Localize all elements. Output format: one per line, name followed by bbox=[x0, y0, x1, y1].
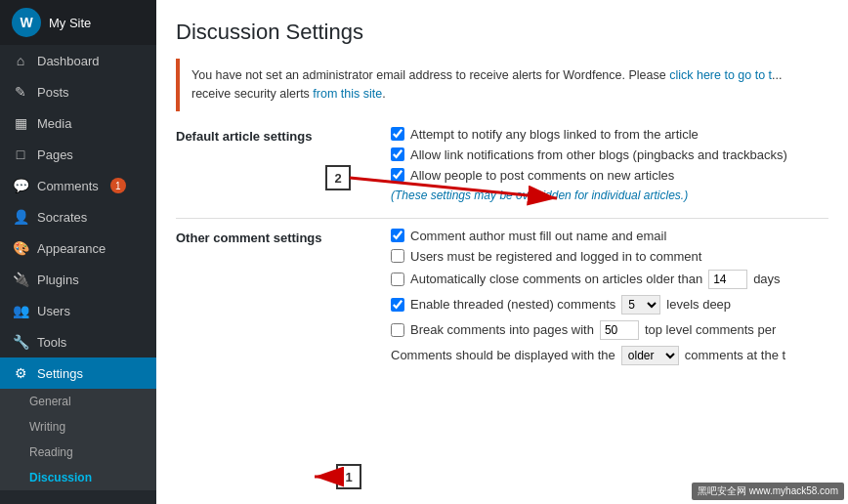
default-article-fields: Attempt to notify any blogs linked to fr… bbox=[391, 127, 828, 206]
pages-icon: □ bbox=[12, 147, 29, 162]
watermark: 黑吧安全网 www.myhack58.com bbox=[692, 483, 844, 500]
checkbox-notify-blogs: Attempt to notify any blogs linked to fr… bbox=[391, 127, 828, 142]
checkbox-auto-close: Automatically close comments on articles… bbox=[391, 270, 828, 289]
comments-badge: 1 bbox=[110, 178, 126, 193]
checkbox-author-name-input[interactable] bbox=[391, 229, 404, 242]
sidebar-item-appearance[interactable]: 🎨 Appearance bbox=[0, 232, 156, 264]
submenu-discussion[interactable]: Discussion bbox=[0, 465, 156, 490]
auto-close-days-suffix: days bbox=[753, 272, 780, 286]
sidebar-item-socrates[interactable]: 👤 Socrates bbox=[0, 201, 156, 232]
sidebar-item-label: Settings bbox=[37, 366, 83, 381]
sidebar-item-users[interactable]: 👥 Users bbox=[0, 295, 156, 326]
other-comment-label: Other comment settings bbox=[176, 229, 391, 371]
alert-text3: . bbox=[382, 87, 385, 101]
submenu-writing-label: Writing bbox=[29, 420, 65, 434]
sidebar-item-plugins[interactable]: 🔌 Plugins bbox=[0, 264, 156, 295]
sidebar-item-label: Media bbox=[37, 116, 71, 131]
article-settings-note: (These settings may be overridden for in… bbox=[391, 189, 828, 202]
sidebar-item-posts[interactable]: ✎ Posts bbox=[0, 76, 156, 107]
alert-text: You have not set an administrator email … bbox=[191, 68, 666, 82]
checkbox-pingbacks-label: Allow link notifications from other blog… bbox=[410, 147, 787, 162]
alert-link[interactable]: click here to go to t bbox=[669, 68, 772, 82]
checkbox-registered: Users must be registered and logged in t… bbox=[391, 249, 828, 264]
settings-submenu: General Writing Reading Discussion bbox=[0, 389, 156, 490]
sidebar-item-tools[interactable]: 🔧 Tools bbox=[0, 326, 156, 357]
checkbox-registered-input[interactable] bbox=[391, 249, 404, 263]
display-order-suffix: comments at the t bbox=[685, 348, 785, 362]
checkbox-allow-comments: Allow people to post comments on new art… bbox=[391, 168, 828, 183]
checkbox-auto-close-input[interactable] bbox=[391, 273, 404, 286]
sidebar-item-label: Socrates bbox=[37, 210, 87, 225]
submenu-general[interactable]: General bbox=[0, 389, 156, 414]
default-article-section: Default article settings Attempt to noti… bbox=[176, 127, 828, 206]
sidebar-item-label: Appearance bbox=[37, 241, 106, 256]
checkbox-pages-label: Break comments into pages with bbox=[410, 322, 594, 337]
media-icon: ▦ bbox=[12, 115, 29, 131]
submenu-discussion-label: Discussion bbox=[29, 471, 92, 484]
sidebar-item-label: Dashboard bbox=[37, 54, 100, 68]
logo-icon: W bbox=[12, 8, 41, 37]
checkbox-allow-comments-label: Allow people to post comments on new art… bbox=[410, 168, 674, 183]
checkbox-threaded-label: Enable threaded (nested) comments bbox=[410, 297, 615, 312]
sidebar: W My Site ⌂ Dashboard ✎ Posts ▦ Media □ … bbox=[0, 0, 156, 504]
checkbox-author-name: Comment author must fill out name and em… bbox=[391, 229, 828, 243]
main-content: Discussion Settings You have not set an … bbox=[156, 0, 848, 504]
other-comment-section: Other comment settings Comment author mu… bbox=[176, 229, 828, 371]
alert-box: You have not set an administrator email … bbox=[176, 59, 828, 111]
sidebar-item-label: Posts bbox=[37, 85, 69, 100]
page-title: Discussion Settings bbox=[176, 20, 828, 45]
display-order-select[interactable]: oldernewer bbox=[621, 346, 679, 365]
sidebar-item-settings[interactable]: ⚙ Settings bbox=[0, 357, 156, 389]
sidebar-item-dashboard[interactable]: ⌂ Dashboard bbox=[0, 45, 156, 76]
checkbox-author-name-label: Comment author must fill out name and em… bbox=[410, 229, 666, 243]
submenu-reading[interactable]: Reading bbox=[0, 440, 156, 465]
socrates-icon: 👤 bbox=[12, 209, 29, 225]
checkbox-display-order: Comments should be displayed with the ol… bbox=[391, 346, 828, 365]
sidebar-item-label: Users bbox=[37, 304, 70, 318]
settings-icon: ⚙ bbox=[12, 365, 29, 381]
pages-suffix: top level comments per bbox=[645, 322, 776, 337]
site-name: My Site bbox=[49, 16, 91, 30]
sidebar-item-label: Plugins bbox=[37, 273, 79, 287]
sidebar-item-label: Tools bbox=[37, 335, 66, 350]
auto-close-days-input[interactable] bbox=[708, 270, 747, 289]
checkbox-display-order-label: Comments should be displayed with the bbox=[391, 348, 615, 362]
users-icon: 👥 bbox=[12, 303, 29, 318]
site-logo[interactable]: W My Site bbox=[0, 0, 156, 45]
sidebar-item-label: Pages bbox=[37, 147, 73, 162]
other-comment-fields: Comment author must fill out name and em… bbox=[391, 229, 828, 371]
dashboard-icon: ⌂ bbox=[12, 53, 29, 68]
posts-icon: ✎ bbox=[12, 84, 29, 100]
submenu-general-label: General bbox=[29, 395, 71, 408]
sidebar-item-pages[interactable]: □ Pages bbox=[0, 139, 156, 170]
appearance-icon: 🎨 bbox=[12, 240, 29, 256]
checkbox-pages: Break comments into pages with top level… bbox=[391, 320, 828, 340]
checkbox-auto-close-label: Automatically close comments on articles… bbox=[410, 272, 702, 286]
tools-icon: 🔧 bbox=[12, 334, 29, 350]
checkbox-pingbacks: Allow link notifications from other blog… bbox=[391, 147, 828, 162]
alert-text2: receive security alerts bbox=[191, 87, 310, 101]
checkbox-allow-comments-input[interactable] bbox=[391, 168, 404, 182]
sidebar-item-comments[interactable]: 💬 Comments 1 bbox=[0, 170, 156, 201]
checkbox-registered-label: Users must be registered and logged in t… bbox=[410, 249, 701, 264]
checkbox-threaded: Enable threaded (nested) comments 512346… bbox=[391, 295, 828, 315]
sidebar-item-media[interactable]: ▦ Media bbox=[0, 107, 156, 139]
pages-count-input[interactable] bbox=[600, 320, 639, 340]
checkbox-notify-blogs-input[interactable] bbox=[391, 127, 404, 141]
checkbox-notify-blogs-label: Attempt to notify any blogs linked to fr… bbox=[410, 127, 699, 142]
threaded-suffix: levels deep bbox=[666, 297, 731, 312]
alert-link2[interactable]: from this site bbox=[313, 87, 382, 101]
plugins-icon: 🔌 bbox=[12, 272, 29, 287]
checkbox-pingbacks-input[interactable] bbox=[391, 147, 404, 161]
sidebar-item-label: Comments bbox=[37, 179, 99, 193]
checkbox-threaded-input[interactable] bbox=[391, 298, 404, 312]
threaded-level-select[interactable]: 51234678910 bbox=[621, 295, 660, 315]
checkbox-pages-input[interactable] bbox=[391, 323, 404, 337]
section-divider bbox=[176, 218, 828, 219]
default-article-label: Default article settings bbox=[176, 127, 391, 206]
submenu-writing[interactable]: Writing bbox=[0, 414, 156, 440]
comments-icon: 💬 bbox=[12, 178, 29, 193]
content-area: Discussion Settings You have not set an … bbox=[156, 0, 848, 504]
submenu-reading-label: Reading bbox=[29, 445, 73, 459]
